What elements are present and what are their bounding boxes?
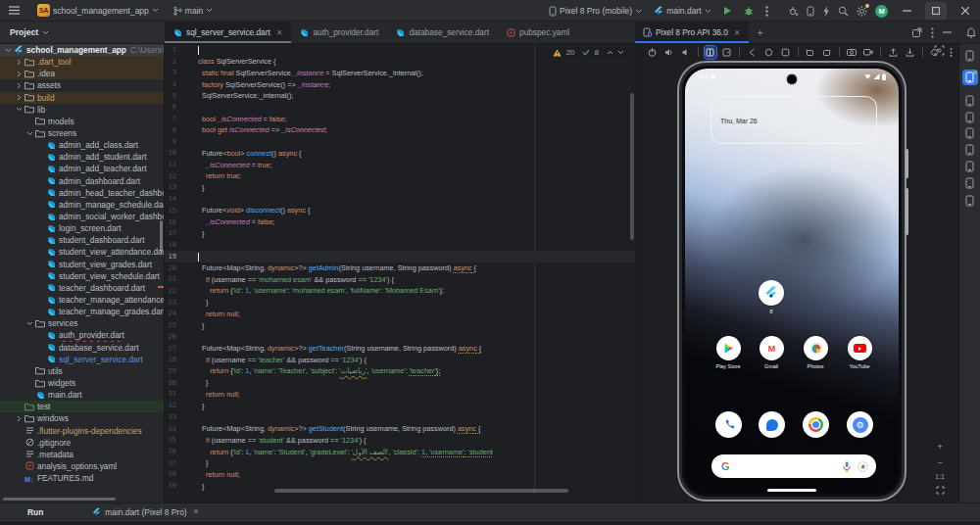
zoom-out-button[interactable]: − <box>938 457 943 467</box>
play-store-app-icon[interactable] <box>716 336 741 360</box>
flutter-app-icon[interactable] <box>759 280 784 306</box>
tree-item-sql_server_service.dart[interactable]: sql_server_service.dart <box>0 354 164 365</box>
emulator-download-icon[interactable] <box>904 46 915 59</box>
emulator-upload-icon[interactable] <box>887 46 899 59</box>
device-tools-icon[interactable] <box>962 125 978 141</box>
lightning-icon[interactable] <box>822 6 830 17</box>
pair-device-icon[interactable] <box>962 110 978 125</box>
emulator-fold-in-icon[interactable] <box>721 46 733 59</box>
code-line-38[interactable]: 38 return null; <box>165 469 635 481</box>
device-manager-icon[interactable] <box>807 6 814 17</box>
code-line-25[interactable]: 25 } <box>165 319 635 331</box>
zoom-in-button[interactable]: + <box>938 442 943 452</box>
emulator-camera-icon[interactable] <box>846 46 858 59</box>
chrome-dock-icon[interactable] <box>803 411 829 438</box>
tree-item-database_service.dart[interactable]: database_service.dart <box>0 342 164 354</box>
tree-item-student_dashboard.dart[interactable]: student_dashboard.dart <box>0 234 164 246</box>
run-configuration[interactable]: main.dart <box>650 4 714 19</box>
profiler-icon[interactable] <box>788 6 799 16</box>
device-view-icon[interactable] <box>962 175 978 191</box>
tree-chevron-icon[interactable] <box>25 321 34 326</box>
phone-dock-icon[interactable] <box>715 411 742 438</box>
device-inspect-icon[interactable] <box>962 193 978 209</box>
tree-item-models[interactable]: models <box>0 116 164 127</box>
tree-item-analysis_options.yaml[interactable]: analysis_options.yaml <box>0 460 164 472</box>
code-line-29[interactable]: 29 return {'id': 1, 'name': 'Teacher', '… <box>165 365 635 377</box>
device-mirror-icon[interactable] <box>962 48 978 64</box>
code-line-23[interactable]: 23 } <box>165 297 635 309</box>
tree-item-teacher_manage_attendance.dar[interactable]: teacher_manage_attendance.dar <box>0 294 164 306</box>
run-label[interactable]: Run <box>27 507 43 517</box>
tree-chevron-icon[interactable] <box>15 107 24 112</box>
add-device-icon[interactable] <box>962 93 978 109</box>
inspections-widget[interactable]: 20 8 <box>550 47 627 58</box>
code-line-16[interactable]: 16 _isConnected = false; <box>165 216 635 228</box>
mic-icon[interactable] <box>843 461 851 472</box>
editor-scrollbar-thumb[interactable] <box>630 93 634 240</box>
minimize-button[interactable] <box>896 2 917 20</box>
tree-item-student_view_attendance.dart[interactable]: student_view_attendance.dart <box>0 246 164 258</box>
zoom-reset-button[interactable]: 1:1 <box>935 473 945 480</box>
maximize-button[interactable] <box>925 2 947 20</box>
emulator-screen[interactable]: 1:23 Thu, Mar 26 <box>685 69 899 494</box>
code-line-12[interactable]: 12 return true; <box>165 170 635 182</box>
tree-item-login_screen.dart[interactable]: login_screen.dart <box>0 222 164 234</box>
emulator-fold-icon[interactable] <box>705 46 716 59</box>
lens-icon[interactable] <box>858 462 867 471</box>
tree-item-lib[interactable]: lib <box>0 104 164 116</box>
tree-item-FEATURES.md[interactable]: M↓FEATURES.md <box>0 472 164 484</box>
tree-item-admin_head_teacher_dashboard.[interactable]: admin_head_teacher_dashboard. <box>0 187 164 199</box>
screenshot-crop-icon[interactable] <box>934 45 945 56</box>
emulator-video-icon[interactable] <box>862 46 874 59</box>
project-panel-header[interactable]: Project <box>0 22 165 43</box>
code-line-36[interactable]: 36 return {'id': 1, 'name': 'Student', '… <box>165 446 635 457</box>
emulator-power-icon[interactable] <box>646 46 658 59</box>
editor-tab-sql_server_service.dart[interactable]: sql_server_service.dart✕ <box>165 22 291 43</box>
code-line-32[interactable]: 32 } <box>165 400 635 411</box>
code-line-24[interactable]: 24 return null; <box>165 309 635 320</box>
code-line-11[interactable]: 11 _isConnected = true; <box>165 159 635 170</box>
code-line-4[interactable]: 4 factory SqlServerService() => _instanc… <box>165 78 635 90</box>
code-line-13[interactable]: 13 } <box>165 182 635 194</box>
project-widget[interactable]: SA school_management_app <box>33 2 163 19</box>
more-actions-icon[interactable] <box>765 6 768 17</box>
tree-item-test[interactable]: test <box>0 401 164 412</box>
tree-item-admin_manage_schedule.dart[interactable]: admin_manage_schedule.dart <box>0 199 164 211</box>
code-editor[interactable]: 12class SqlServerService {3 static final… <box>165 44 635 502</box>
code-line-8[interactable]: 8 bool get isConnected => _isConnected; <box>165 124 635 136</box>
tree-item-admin_add_class.dart[interactable]: admin_add_class.dart <box>0 139 164 151</box>
add-device-tab-button[interactable]: ＋ <box>749 22 772 43</box>
zoom-fit-icon[interactable] <box>936 486 945 495</box>
tree-item-.idea[interactable]: .idea <box>0 68 164 79</box>
google-search-bar[interactable]: G <box>711 454 876 478</box>
editor-horizontal-scrollbar[interactable] <box>274 489 568 493</box>
tree-horizontal-scrollbar[interactable] <box>3 498 116 501</box>
tree-item-.flutter-plugins-dependencies[interactable]: .flutter-plugins-dependencies <box>0 425 164 437</box>
run-button[interactable] <box>723 6 732 16</box>
code-line-31[interactable]: 31 return null; <box>165 389 635 401</box>
tree-item-teacher_manage_grades.dart[interactable]: teacher_manage_grades.dart <box>0 306 164 317</box>
code-line-14[interactable]: 14 <box>165 193 635 205</box>
search-icon[interactable] <box>838 6 849 17</box>
tree-item-widgets[interactable]: widgets <box>0 377 164 389</box>
code-line-15[interactable]: 15 Future<void> disconnect() async { <box>165 205 635 216</box>
tree-chevron-icon[interactable] <box>15 82 24 89</box>
notifications-bell-icon[interactable] <box>966 27 976 38</box>
emulator-home-icon[interactable] <box>762 46 774 59</box>
emulator-rot-left-icon[interactable] <box>804 46 815 59</box>
tree-item-.metadata[interactable]: .metadata <box>0 449 164 460</box>
code-line-9[interactable]: 9 <box>165 136 635 148</box>
tree-item-build[interactable]: build <box>0 92 164 104</box>
code-line-19[interactable]: 19 <box>165 251 635 262</box>
tree-item-school_management_app[interactable]: school_management_appC:\Users\esam <box>0 44 164 56</box>
run-tab[interactable]: main.dart (Pixel 8 Pro) ✕ <box>92 507 199 517</box>
run-tab-close-icon[interactable]: ✕ <box>193 507 200 516</box>
device-selector[interactable]: Pixel 8 Pro (mobile) <box>545 4 646 19</box>
code-line-6[interactable]: 6 <box>165 102 635 114</box>
tree-item-student_view_schedule.dart[interactable]: student_view_schedule.dart <box>0 270 164 282</box>
tree-item-student_view_grades.dart[interactable]: student_view_grades.dart <box>0 259 164 270</box>
running-devices-icon[interactable] <box>962 70 978 85</box>
code-line-10[interactable]: 10 Future<bool> connect() async { <box>165 147 635 159</box>
code-line-22[interactable]: 22 return {'id': 1, 'username': 'mohamed… <box>165 285 635 297</box>
vcs-branch-widget[interactable]: main <box>169 4 217 18</box>
